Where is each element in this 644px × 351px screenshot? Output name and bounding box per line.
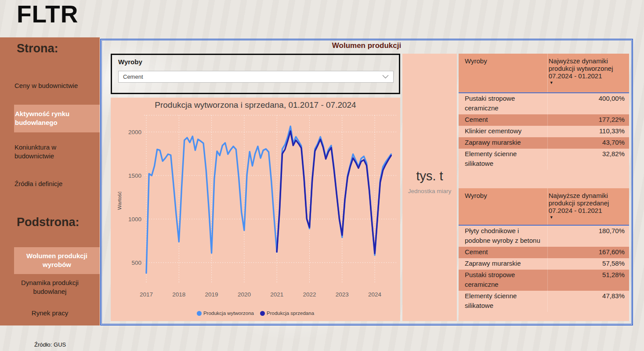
table-row[interactable]: Cement167,60% <box>459 247 629 258</box>
sidebar-item-rynek-pracy[interactable]: Rynek pracy <box>0 309 100 318</box>
svg-text:2017: 2017 <box>140 291 153 298</box>
product-name-cell: Zaprawy murarskie <box>459 137 547 149</box>
percent-value-cell: 43,70% <box>547 137 629 149</box>
legend-label: Produkcja sprzedana <box>267 311 314 316</box>
table-row[interactable]: Cement177,22% <box>459 114 629 126</box>
svg-text:2022: 2022 <box>303 291 316 298</box>
wyroby-slicer: Wyroby Cement <box>111 54 400 94</box>
legend-item-produkcja-wytworzona[interactable]: Produkcja wytworzona <box>197 311 254 316</box>
table-row[interactable]: Płyty chodnikowe i podobne wyroby z beto… <box>459 226 629 247</box>
production-line-chart: 2017201820192020202120222023202450010001… <box>111 98 400 321</box>
page-title: Wolumen produkcji <box>101 41 632 50</box>
series-line-1 <box>277 131 391 253</box>
column-header-text: Najwyższe dynamiki produkcji sprzedanej … <box>549 192 625 214</box>
product-name-cell: Klinkier cementowy <box>459 126 547 137</box>
svg-text:2023: 2023 <box>336 291 349 298</box>
percent-value-cell: 57,58% <box>547 258 629 270</box>
table-produkcja-wytworzona: Wyroby Najwyższe dynamiki produkcji wytw… <box>459 54 629 188</box>
svg-text:500: 500 <box>131 260 141 266</box>
svg-text:2018: 2018 <box>172 291 185 298</box>
sort-descending-icon[interactable]: ▼ <box>550 81 625 85</box>
svg-text:2020: 2020 <box>238 291 251 298</box>
svg-text:1000: 1000 <box>128 216 141 223</box>
unit-of-measure-card: tys. t Jednostka miary <box>402 54 457 321</box>
product-name-cell: Pustaki stropowe ceramiczne <box>459 93 547 114</box>
table-body: Płyty chodnikowe i podobne wyroby z beto… <box>459 226 629 312</box>
unit-caption: Jednostka miary <box>408 188 451 194</box>
svg-text:2024: 2024 <box>368 291 382 298</box>
table-produkcja-sprzedana: Wyroby Najwyższe dynamiki produkcji sprz… <box>459 188 629 312</box>
series-line-0 <box>146 126 391 273</box>
column-header-text: Najwyższe dynamiki produkcji wytworzonej… <box>549 57 625 80</box>
column-header-wyroby[interactable]: Wyroby <box>459 54 547 92</box>
table-row[interactable]: Zaprawy murarskie43,70% <box>459 137 629 149</box>
table-row[interactable]: Elementy ścienne silikatowe47,83% <box>459 291 629 312</box>
percent-value-cell: 180,70% <box>547 226 629 247</box>
report-page-panel: Wolumen produkcji Wyroby Cement Produkcj… <box>100 39 633 325</box>
product-name-cell: Cement <box>459 247 547 258</box>
product-name-cell: Płyty chodnikowe i podobne wyroby z beto… <box>459 226 547 247</box>
table-row[interactable]: Pustaki stropowe ceramiczne51,28% <box>459 270 629 291</box>
series-color-dot <box>197 311 202 316</box>
percent-value-cell: 400,00% <box>547 93 629 114</box>
sidebar-item-koniunktura[interactable]: Koniunktura w budownictwie <box>14 143 80 161</box>
svg-text:2021: 2021 <box>270 291 283 298</box>
column-header-dynamiki-wytworzonej[interactable]: Najwyższe dynamiki produkcji wytworzonej… <box>547 54 629 92</box>
column-header-dynamiki-sprzedanej[interactable]: Najwyższe dynamiki produkcji sprzedanej … <box>547 188 629 225</box>
percent-value-cell: 110,33% <box>547 126 629 137</box>
svg-text:2019: 2019 <box>205 291 218 298</box>
dropdown-selected-value: Cement <box>123 73 382 80</box>
sort-descending-icon[interactable]: ▼ <box>550 216 625 219</box>
percent-value-cell: 32,82% <box>547 149 629 170</box>
data-source-note: Źródło: GUS <box>34 341 66 348</box>
chevron-down-icon <box>382 73 389 80</box>
sidebar-item-wolumen-produkcji[interactable]: Wolumen produkcji wyrobów <box>14 247 100 274</box>
legend-item-produkcja-sprzedana[interactable]: Produkcja sprzedana <box>260 311 314 316</box>
product-name-cell: Pustaki stropowe ceramiczne <box>459 270 547 291</box>
product-name-cell: Zaprawy murarskie <box>459 258 547 270</box>
table-row[interactable]: Zaprawy murarskie57,58% <box>459 258 629 270</box>
sidebar-item-zrodla-i-definicje[interactable]: Źródła i definicje <box>14 179 62 188</box>
percent-value-cell: 51,28% <box>547 270 629 291</box>
unit-value: tys. t <box>416 169 443 183</box>
column-header-wyroby[interactable]: Wyroby <box>459 188 547 225</box>
series-color-dot <box>260 311 265 316</box>
sidebar-item-aktywnosc-rynku[interactable]: Aktywność rynku budowlanego <box>14 105 100 132</box>
percent-value-cell: 177,22% <box>547 114 629 126</box>
wyroby-dropdown[interactable]: Cement <box>118 71 394 83</box>
table-row[interactable]: Pustaki stropowe ceramiczne400,00% <box>459 93 629 114</box>
percent-value-cell: 47,83% <box>547 291 629 312</box>
product-name-cell: Elementy ścienne silikatowe <box>459 291 547 312</box>
table-row[interactable]: Elementy ścienne silikatowe32,82% <box>459 149 629 170</box>
production-chart-card: Produkcja wytworzona i sprzedana, 01.201… <box>111 98 400 321</box>
percent-value-cell: 167,60% <box>547 247 629 258</box>
navigation-sidebar: Strona: Ceny w budownictwie Aktywność ry… <box>0 37 100 325</box>
svg-text:1500: 1500 <box>128 172 141 179</box>
table-header: Wyroby Najwyższe dynamiki produkcji wytw… <box>459 54 629 93</box>
legend-label: Produkcja wytworzona <box>203 311 254 316</box>
table-body: Pustaki stropowe ceramiczne400,00% Cemen… <box>459 93 629 170</box>
page-section-heading: Strona: <box>17 42 58 55</box>
product-name-cell: Cement <box>459 114 547 126</box>
sidebar-item-dynamika-produkcji[interactable]: Dynamika produkcji budowlanej <box>0 278 100 296</box>
sidebar-item-ceny-w-budownictwie[interactable]: Ceny w budownictwie <box>14 81 78 90</box>
slicer-label: Wyroby <box>118 58 142 66</box>
sidebar-item-label: Dynamika produkcji budowlanej <box>13 278 87 296</box>
table-header: Wyroby Najwyższe dynamiki produkcji sprz… <box>459 188 629 226</box>
table-row[interactable]: Klinkier cementowy110,33% <box>459 126 629 137</box>
app-logo: FLTR <box>17 0 78 28</box>
dynamics-tables-card: Wyroby Najwyższe dynamiki produkcji wytw… <box>459 54 629 321</box>
svg-text:2000: 2000 <box>128 129 141 135</box>
subpage-section-heading: Podstrona: <box>17 216 80 229</box>
product-name-cell: Elementy ścienne silikatowe <box>459 149 547 170</box>
report-screen: FLTR Strona: Ceny w budownictwie Aktywno… <box>0 0 644 351</box>
chart-legend: Produkcja wytworzona Produkcja sprzedana <box>111 311 400 316</box>
